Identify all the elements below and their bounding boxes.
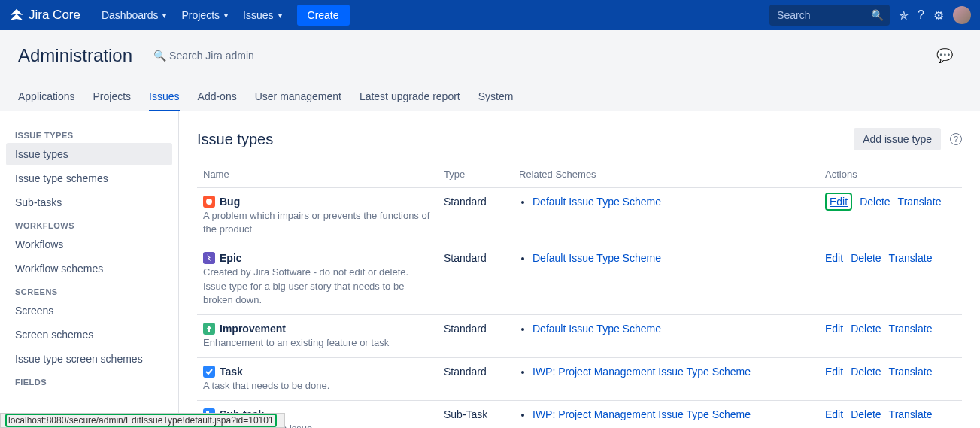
table-row: Bug A problem which impairs or prevents … (197, 188, 962, 244)
issue-type-name: Bug (203, 196, 432, 208)
sidebar-section-title: WORKFLOWS (6, 215, 172, 233)
topnav-items: Dashboards▾ Projects▾ Issues▾ Create (96, 5, 350, 26)
sidebar-item-screens[interactable]: Screens (6, 299, 172, 322)
tab-applications[interactable]: Applications (18, 84, 75, 111)
improvement-icon (203, 323, 215, 335)
sidebar-section-title: FIELDS (6, 372, 172, 390)
delete-link[interactable]: Delete (851, 323, 881, 335)
scheme-link[interactable]: Default Issue Type Scheme (532, 252, 661, 264)
sidebar: ISSUE TYPESIssue typesIssue type schemes… (0, 111, 179, 428)
admin-search-placeholder: Search Jira admin (169, 50, 254, 62)
scheme-link[interactable]: Default Issue Type Scheme (532, 196, 661, 208)
admin-search[interactable]: 🔍 Search Jira admin (153, 50, 254, 62)
create-button[interactable]: Create (297, 5, 350, 26)
issue-type-type: Sub-Task (438, 401, 513, 428)
nav-projects[interactable]: Projects▾ (175, 5, 234, 26)
sidebar-item-issue-type-schemes[interactable]: Issue type schemes (6, 167, 172, 190)
issue-type-desc: A problem which impairs or prevents the … (203, 209, 432, 236)
svg-point-0 (206, 199, 212, 205)
issue-type-type: Standard (438, 188, 513, 244)
translate-link[interactable]: Translate (889, 323, 933, 335)
col-name: Name (197, 162, 438, 188)
add-issue-type-button[interactable]: Add issue type (854, 128, 941, 150)
col-actions: Actions (819, 162, 962, 188)
sidebar-item-issue-types[interactable]: Issue types (6, 143, 172, 165)
issue-type-desc: Created by Jira Software - do not edit o… (203, 266, 432, 307)
edit-link[interactable]: Edit (825, 193, 852, 211)
table-row: Sub-task The sub-task of the issueSub-Ta… (197, 401, 962, 428)
sidebar-item-issue-type-screen-schemes[interactable]: Issue type screen schemes (6, 348, 172, 370)
admin-tabs: ApplicationsProjectsIssuesAdd-onsUser ma… (18, 84, 962, 111)
feedback-icon[interactable]: 💬 (936, 47, 953, 64)
issue-type-type: Standard (438, 358, 513, 401)
search-icon: 🔍 (153, 50, 166, 62)
tab-system[interactable]: System (478, 84, 514, 111)
translate-link[interactable]: Translate (889, 366, 933, 378)
product-logo[interactable]: Jira Core (9, 8, 80, 23)
status-url: localhost:8080/secure/admin/EditIssueTyp… (5, 414, 277, 427)
avatar[interactable] (953, 6, 971, 24)
megaphone-icon[interactable]: ✯ (899, 8, 909, 23)
sidebar-section-title: ISSUE TYPES (6, 125, 172, 143)
delete-link[interactable]: Delete (851, 408, 881, 420)
scheme-link[interactable]: IWP: Project Management Issue Type Schem… (532, 366, 751, 378)
chevron-down-icon: ▾ (278, 11, 282, 20)
col-type: Type (438, 162, 513, 188)
settings-icon[interactable]: ⚙ (933, 8, 944, 23)
table-row: Task A task that needs to be done.Standa… (197, 358, 962, 401)
epic-icon (203, 252, 215, 264)
chevron-down-icon: ▾ (224, 11, 228, 20)
admin-header: Administration 🔍 Search Jira admin 💬 App… (0, 30, 980, 111)
global-search-wrap: 🔍 (769, 5, 890, 26)
nav-issues[interactable]: Issues▾ (237, 5, 287, 26)
help-icon[interactable]: ? (918, 8, 924, 22)
body: ISSUE TYPESIssue typesIssue type schemes… (0, 111, 980, 428)
jira-icon (9, 8, 24, 23)
translate-link[interactable]: Translate (889, 252, 933, 264)
edit-link[interactable]: Edit (825, 366, 843, 378)
product-name: Jira Core (29, 8, 80, 23)
issue-type-type: Standard (438, 244, 513, 315)
sidebar-item-workflow-schemes[interactable]: Workflow schemes (6, 257, 172, 280)
tab-projects[interactable]: Projects (93, 84, 132, 111)
sidebar-item-sub-tasks[interactable]: Sub-tasks (6, 191, 172, 214)
topnav-right: 🔍 ✯ ? ⚙ (769, 5, 971, 26)
tab-user-management[interactable]: User management (255, 84, 341, 111)
issue-type-name: Improvement (203, 323, 432, 335)
nav-dashboards[interactable]: Dashboards▾ (96, 5, 173, 26)
translate-link[interactable]: Translate (889, 408, 933, 420)
bug-icon (203, 196, 215, 208)
scheme-link[interactable]: IWP: Project Management Issue Type Schem… (532, 408, 751, 420)
sidebar-item-workflows[interactable]: Workflows (6, 233, 172, 256)
tab-issues[interactable]: Issues (149, 84, 179, 111)
edit-link[interactable]: Edit (825, 408, 843, 420)
issue-type-name: Task (203, 366, 432, 378)
chevron-down-icon: ▾ (162, 11, 166, 20)
issue-type-name: Epic (203, 252, 432, 264)
table-row: Epic Created by Jira Software - do not e… (197, 244, 962, 315)
col-schemes: Related Schemes (513, 162, 819, 188)
main-content: Issue types Add issue type ? Name Type R… (179, 111, 980, 428)
search-icon: 🔍 (871, 9, 884, 21)
scheme-link[interactable]: Default Issue Type Scheme (532, 323, 661, 335)
issue-type-desc: Enhancement to an existing feature or ta… (203, 336, 432, 350)
page-title: Administration (18, 45, 132, 66)
issue-types-table: Name Type Related Schemes Actions Bug A … (197, 162, 962, 428)
translate-link[interactable]: Translate (898, 196, 942, 208)
browser-status-bar: localhost:8080/secure/admin/EditIssueTyp… (0, 413, 285, 428)
task-icon (203, 366, 215, 378)
tab-latest-upgrade-report[interactable]: Latest upgrade report (360, 84, 460, 111)
sidebar-section-title: SCREENS (6, 281, 172, 299)
sidebar-item-screen-schemes[interactable]: Screen schemes (6, 323, 172, 346)
delete-link[interactable]: Delete (851, 366, 881, 378)
delete-link[interactable]: Delete (851, 252, 881, 264)
issue-type-desc: A task that needs to be done. (203, 379, 432, 393)
edit-link[interactable]: Edit (825, 252, 843, 264)
delete-link[interactable]: Delete (860, 196, 890, 208)
top-nav: Jira Core Dashboards▾ Projects▾ Issues▾ … (0, 0, 980, 30)
issue-type-type: Standard (438, 314, 513, 357)
main-title: Issue types (197, 131, 273, 148)
tab-add-ons[interactable]: Add-ons (198, 84, 237, 111)
help-icon[interactable]: ? (950, 133, 962, 145)
edit-link[interactable]: Edit (825, 323, 843, 335)
